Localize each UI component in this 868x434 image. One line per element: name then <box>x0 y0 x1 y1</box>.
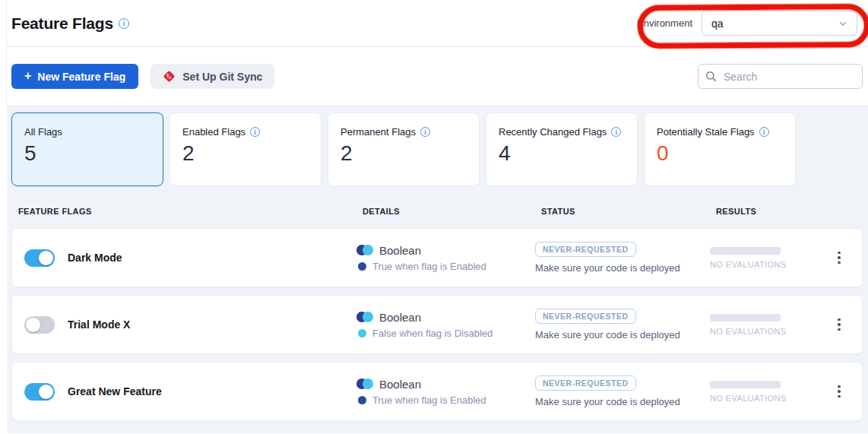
stat-card-recently-changed-flags[interactable]: Recently Changed Flagsi 4 <box>486 112 638 186</box>
stat-label: Enabled Flags <box>182 126 246 138</box>
stat-label: Recently Changed Flags <box>499 126 607 138</box>
boolean-type-icon <box>356 245 373 255</box>
title-info-icon[interactable]: i <box>119 18 129 29</box>
results-label: NO EVALUATIONS <box>710 394 819 403</box>
flag-toggle[interactable] <box>24 249 55 267</box>
rule-dot <box>358 262 366 271</box>
rule-text: True when flag is Enabled <box>372 394 486 406</box>
flag-type-label: Boolean <box>379 378 421 391</box>
page-header: Feature Flags i Environment qa <box>7 0 868 47</box>
results-placeholder-bar <box>710 314 781 322</box>
flag-toggle[interactable] <box>24 316 55 334</box>
info-icon[interactable]: i <box>759 127 769 137</box>
rule-dot <box>358 396 366 404</box>
stat-card-all-flags[interactable]: All Flagsi 5 <box>11 112 163 186</box>
column-header-status: STATUS <box>541 207 716 216</box>
rule-dot <box>358 329 366 337</box>
status-text: Make sure your code is deployed <box>535 329 710 341</box>
flag-type-label: Boolean <box>379 311 421 324</box>
stat-value: 0 <box>657 141 783 166</box>
row-menu-kebab-icon[interactable] <box>828 314 850 335</box>
chevron-down-icon <box>838 19 847 28</box>
search-box <box>698 64 863 89</box>
column-header-results: RESULTS <box>716 207 863 216</box>
boolean-type-icon <box>356 379 373 389</box>
git-icon <box>163 70 176 83</box>
toolbar: + New Feature Flag Set Up Git Sync <box>7 47 868 106</box>
toggle-knob <box>39 251 53 265</box>
page-title: Feature Flags <box>11 14 113 33</box>
git-sync-button[interactable]: Set Up Git Sync <box>150 64 274 89</box>
git-sync-label: Set Up Git Sync <box>182 71 262 83</box>
stat-label: Potentially Stale Flags <box>657 126 755 138</box>
stat-value: 4 <box>499 141 625 166</box>
results-placeholder-bar <box>710 381 781 388</box>
row-menu-kebab-icon[interactable] <box>828 247 850 268</box>
environment-picker: Environment qa <box>637 11 857 36</box>
plus-icon: + <box>24 70 31 82</box>
info-icon[interactable]: i <box>611 127 621 137</box>
stat-value: 2 <box>182 141 309 166</box>
results-label: NO EVALUATIONS <box>710 260 819 269</box>
stat-label: Permanent Flags <box>341 126 416 138</box>
column-header-feature-flags: FEATURE FLAGS <box>18 207 363 216</box>
flag-name[interactable]: Dark Mode <box>68 252 122 264</box>
status-text: Make sure your code is deployed <box>535 262 710 274</box>
sidebar-edge-divider <box>6 0 7 106</box>
stat-label: All Flags <box>24 126 62 138</box>
boolean-type-icon <box>356 312 373 322</box>
table-row: Dark Mode Boolean True when flag is Enab… <box>11 228 863 287</box>
status-badge: NEVER-REQUESTED <box>535 309 636 324</box>
toggle-knob <box>26 318 40 332</box>
search-icon <box>705 71 717 85</box>
environment-label: Environment <box>637 17 692 29</box>
flag-toggle[interactable] <box>24 383 55 401</box>
flag-name[interactable]: Trial Mode X <box>68 318 130 331</box>
info-icon[interactable]: i <box>420 127 430 137</box>
status-text: Make sure your code is deployed <box>535 396 710 407</box>
new-feature-flag-label: New Feature Flag <box>37 71 125 83</box>
results-label: NO EVALUATIONS <box>710 327 819 336</box>
new-feature-flag-button[interactable]: + New Feature Flag <box>11 64 138 89</box>
environment-select[interactable]: qa <box>702 11 857 36</box>
stats-cards: All Flagsi 5 Enabled Flagsi 2 Permanent … <box>11 112 863 186</box>
status-badge: NEVER-REQUESTED <box>535 375 636 391</box>
stat-value: 5 <box>24 141 150 166</box>
stat-card-potentially-stale-flags[interactable]: Potentially Stale Flagsi 0 <box>644 112 796 186</box>
stat-card-permanent-flags[interactable]: Permanent Flagsi 2 <box>328 112 480 186</box>
row-menu-kebab-icon[interactable] <box>828 381 850 402</box>
table-header: FEATURE FLAGS DETAILS STATUS RESULTS <box>11 207 863 216</box>
info-icon[interactable]: i <box>250 127 260 137</box>
main-content: Feature Flags i Environment qa + New Fea… <box>7 0 868 434</box>
flags-section: All Flagsi 5 Enabled Flagsi 2 Permanent … <box>7 106 868 433</box>
status-badge: NEVER-REQUESTED <box>535 242 636 257</box>
environment-selected-value: qa <box>711 17 724 30</box>
search-input[interactable] <box>698 64 863 89</box>
rule-text: True when flag is Enabled <box>372 261 486 272</box>
column-header-details: DETAILS <box>363 207 541 216</box>
toggle-knob <box>39 385 53 399</box>
stat-card-enabled-flags[interactable]: Enabled Flagsi 2 <box>169 112 322 186</box>
table-row: Great New Feature Boolean True when flag… <box>11 362 863 421</box>
stat-value: 2 <box>341 141 467 166</box>
flag-name[interactable]: Great New Feature <box>68 385 162 398</box>
rule-text: False when flag is Disabled <box>372 328 493 339</box>
table-row: Trial Mode X Boolean False when flag is … <box>11 295 863 354</box>
flag-type-label: Boolean <box>379 244 421 257</box>
results-placeholder-bar <box>710 247 781 255</box>
